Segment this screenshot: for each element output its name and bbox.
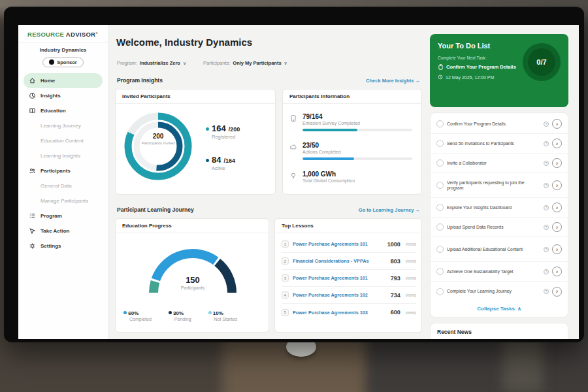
task-open-button[interactable]: › bbox=[552, 119, 562, 129]
task-checkbox[interactable] bbox=[436, 140, 444, 147]
lesson-link[interactable]: Power Purchase Agreements 101 bbox=[293, 275, 387, 281]
task-info-icon[interactable]: ? bbox=[544, 161, 549, 166]
sidebar-item-insights[interactable]: Insights bbox=[24, 88, 103, 103]
task-row[interactable]: Send 50 Invitations to Participants ? › bbox=[431, 134, 568, 154]
sidebar-item-participants[interactable]: Participants bbox=[24, 163, 103, 178]
task-checkbox[interactable] bbox=[436, 246, 444, 253]
task-info-icon[interactable]: ? bbox=[544, 247, 549, 252]
arrow-right-icon: → bbox=[416, 207, 421, 213]
collapse-tasks-link[interactable]: Collapse Tasks ∧ bbox=[431, 301, 568, 316]
task-label: Upload Spend Data Records bbox=[447, 225, 540, 230]
task-row[interactable]: Upload Spend Data Records ? › bbox=[431, 218, 568, 237]
top-lessons-card: Top Lessons 1 Power Purchase Agreements … bbox=[274, 218, 422, 333]
sidebar-item-learning-journey[interactable]: Learning Journey bbox=[24, 118, 103, 133]
task-label: Achieve One Sustainability Target bbox=[447, 269, 540, 274]
task-open-button[interactable]: › bbox=[552, 287, 562, 297]
legend-active: 84/164 Active bbox=[206, 155, 235, 171]
sidebar-item-settings[interactable]: Settings bbox=[24, 238, 103, 253]
progress-fill bbox=[302, 129, 357, 131]
recent-news-card: Recent News bbox=[430, 323, 568, 339]
chevron-down-icon: ∨ bbox=[284, 61, 287, 65]
chevron-right-icon: › bbox=[556, 269, 558, 275]
invited-total-label: Participants Invited bbox=[139, 141, 178, 146]
invited-total: 200 bbox=[139, 133, 178, 140]
sponsor-badge[interactable]: Sponsor bbox=[42, 57, 83, 67]
task-row[interactable]: Explore Your Insights Dashboard ? › bbox=[431, 198, 568, 218]
task-checkbox[interactable] bbox=[436, 268, 444, 275]
brand-secondary: ADVISOR bbox=[66, 31, 95, 38]
participants-filter[interactable]: Participants:Only My Participants∨ bbox=[203, 60, 287, 66]
task-info-icon[interactable]: ? bbox=[544, 141, 549, 146]
views-word: views bbox=[406, 259, 416, 263]
task-checkbox[interactable] bbox=[436, 288, 444, 295]
lesson-link[interactable]: Power Purchase Agreements 103 bbox=[293, 310, 387, 316]
participants-filter-value: Only My Participants bbox=[233, 60, 281, 66]
check-more-insights-link[interactable]: Check More Insights → bbox=[366, 78, 420, 84]
actions-cloud-icon bbox=[289, 143, 297, 151]
sidebar-item-manage-participants[interactable]: Manage Participants bbox=[24, 193, 103, 208]
task-open-button[interactable]: › bbox=[552, 203, 562, 212]
task-info-icon[interactable]: ? bbox=[544, 289, 549, 294]
task-open-button[interactable]: › bbox=[552, 244, 562, 254]
education-total-label: Participants bbox=[154, 286, 232, 290]
program-filter-value: Industrialize Zero bbox=[140, 60, 180, 66]
lesson-row: 4 Power Purchase Agreements 102 734views bbox=[282, 287, 416, 304]
sidebar-item-home[interactable]: Home bbox=[24, 73, 103, 88]
task-info-icon[interactable]: ? bbox=[544, 269, 549, 274]
todo-datetime-label: 12 May 2025, 12:00 PM bbox=[446, 75, 494, 80]
program-filter[interactable]: Program:Industrialize Zero∨ bbox=[117, 60, 186, 66]
sidebar-item-label: Learning Insights bbox=[41, 153, 80, 159]
brand-logo: RESOURCE ADVISOR+ bbox=[18, 25, 108, 42]
task-row[interactable]: Upload Additional Educational Content ? … bbox=[431, 237, 568, 262]
task-row[interactable]: Invite a Collaborator ? › bbox=[431, 154, 568, 173]
task-open-button[interactable]: › bbox=[552, 180, 562, 190]
task-open-button[interactable]: › bbox=[552, 222, 562, 232]
task-row[interactable]: Verify participants requesting to join t… bbox=[431, 173, 568, 198]
sidebar-item-program[interactable]: Program bbox=[24, 208, 103, 223]
task-open-button[interactable]: › bbox=[552, 139, 562, 148]
sidebar-item-learning-insights[interactable]: Learning Insights bbox=[24, 148, 103, 163]
emission-survey-value: 79/164 bbox=[302, 113, 417, 120]
chevron-right-icon: › bbox=[556, 224, 558, 231]
sidebar-item-education[interactable]: Education bbox=[24, 103, 103, 118]
legend-completed: 60% Completed bbox=[123, 310, 152, 321]
actions-completed-progressbar bbox=[302, 157, 412, 160]
sidebar-item-label: Home bbox=[41, 78, 55, 84]
task-checkbox[interactable] bbox=[436, 182, 444, 189]
task-checkbox[interactable] bbox=[436, 223, 444, 231]
task-row[interactable]: Complete Your Learning Journey ? › bbox=[431, 282, 568, 301]
task-info-icon[interactable]: ? bbox=[544, 122, 549, 127]
task-open-button[interactable]: › bbox=[552, 158, 562, 168]
insights-icon bbox=[29, 92, 36, 99]
task-open-button[interactable]: › bbox=[552, 267, 562, 276]
sidebar-item-general-data[interactable]: General Data bbox=[24, 178, 103, 193]
chevron-right-icon: › bbox=[556, 182, 558, 189]
legend-dot-completed bbox=[123, 311, 127, 314]
monitor-bezel: RESOURCE ADVISOR+ Industry Dynamics Spon… bbox=[4, 7, 584, 342]
task-checkbox[interactable] bbox=[436, 159, 444, 167]
chevron-right-icon: › bbox=[556, 246, 558, 253]
actions-completed-row: 23/50 Actions Completed bbox=[289, 142, 417, 160]
task-row[interactable]: Confirm Your Program Details ? › bbox=[431, 114, 568, 134]
lesson-link[interactable]: Power Purchase Agreements 101 bbox=[293, 241, 384, 247]
card-title: Invited Participants bbox=[116, 90, 275, 104]
views-word: views bbox=[406, 276, 416, 280]
invited-donut-chart: 200 Participants Invited bbox=[122, 110, 194, 182]
task-row[interactable]: Achieve One Sustainability Target ? › bbox=[431, 262, 568, 282]
go-to-learning-journey-link[interactable]: Go to Learning Journey → bbox=[359, 207, 420, 213]
sidebar-item-label: Settings bbox=[41, 243, 61, 249]
task-checkbox[interactable] bbox=[436, 120, 444, 127]
sidebar: RESOURCE ADVISOR+ Industry Dynamics Spon… bbox=[18, 25, 108, 339]
sidebar-item-education-content[interactable]: Education Content bbox=[24, 133, 103, 148]
sponsor-badge-label: Sponsor bbox=[57, 59, 76, 65]
task-checkbox[interactable] bbox=[436, 204, 444, 211]
card-title: Education Progress bbox=[116, 219, 269, 233]
task-info-icon[interactable]: ? bbox=[544, 225, 549, 230]
task-label: Verify participants requesting to join t… bbox=[447, 180, 540, 191]
task-info-icon[interactable]: ? bbox=[544, 183, 549, 188]
lesson-link[interactable]: Power Purchase Agreements 102 bbox=[293, 292, 387, 298]
task-info-icon[interactable]: ? bbox=[544, 205, 549, 210]
sidebar-item-take-action[interactable]: Take Action bbox=[24, 223, 103, 238]
lesson-link[interactable]: Financial Considerations - VPPAs bbox=[293, 258, 387, 264]
task-label: Upload Additional Educational Content bbox=[447, 247, 540, 252]
